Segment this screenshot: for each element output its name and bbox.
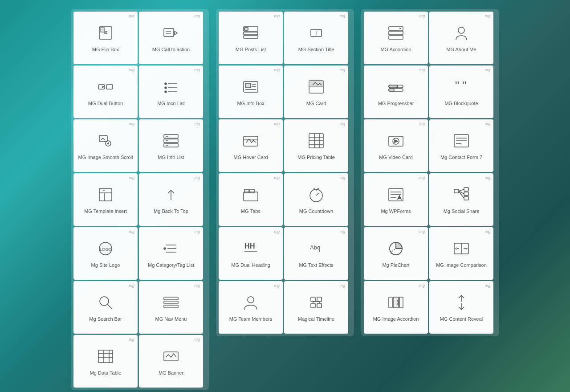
widget-icon-data-table [96, 347, 115, 366]
widget-accordion[interactable]: mg MG Accordion [364, 12, 428, 64]
widget-nav-menu[interactable]: mg MG Nav Menu [139, 281, 203, 334]
widget-label-image-comparison: MG Image Comparison [433, 262, 489, 268]
widget-label-team-members: MG Team Members [227, 316, 275, 322]
widget-icon-tabs [241, 185, 261, 204]
widget-label-image-accordion: MG Image Accordion [370, 316, 422, 322]
mg-badge: mg [339, 68, 345, 72]
widget-image-comparison[interactable]: mg MG Image Comparison [429, 227, 493, 280]
widget-card[interactable]: mg MG Card [284, 65, 348, 118]
widget-site-logo[interactable]: mg LOGO Mg Site Logo [73, 227, 138, 280]
widget-icon-info-box [241, 77, 261, 97]
widget-template-insert[interactable]: mg MG Template Insert [73, 173, 138, 226]
svg-rect-94 [389, 89, 394, 91]
widget-pricing-table[interactable]: mg MG Pricing Table [284, 119, 348, 172]
mg-badge: mg [274, 122, 280, 126]
svg-text:H: H [244, 242, 250, 250]
mg-badge: mg [419, 176, 425, 180]
svg-line-70 [316, 193, 319, 196]
mg-badge: mg [484, 283, 490, 288]
widget-team-members[interactable]: mg MG Team Members [219, 281, 283, 334]
svg-rect-46 [244, 36, 258, 38]
widget-label-about-me: MG About Me [444, 46, 479, 53]
widget-icon-category-tag-list [161, 239, 181, 258]
widget-posts-list[interactable]: mg MG Posts List [219, 12, 283, 64]
widget-icon-iocn-list [161, 77, 181, 97]
mg-badge: mg [194, 229, 200, 234]
widget-image-accordion[interactable]: mg MG Image Accordion [364, 281, 428, 334]
widget-call-to-action[interactable]: mg MG Call to action [139, 12, 203, 64]
widget-tabs[interactable]: mg MG Tabs [219, 173, 283, 226]
widget-category-tag-list[interactable]: mg Mg Category/Tag List [139, 227, 203, 280]
widget-info-box[interactable]: mg MG Info Box [219, 65, 283, 118]
widget-progressbar[interactable]: mg MG Progressbar [364, 65, 428, 118]
svg-point-90 [458, 27, 464, 33]
widget-icon-wpforms [386, 185, 406, 204]
mg-badge: mg [339, 176, 345, 180]
widget-wpforms[interactable]: mg Mg WPForms [364, 173, 428, 226]
widget-back-to-top[interactable]: mg Mg Back To Top [139, 173, 203, 226]
mg-badge: mg [339, 283, 345, 288]
widget-about-me[interactable]: mg MG About Me [429, 12, 493, 64]
widget-hover-card[interactable]: mg MG Hover Card [219, 119, 283, 172]
widget-magical-timeline[interactable]: mg Magical Timeline [284, 281, 348, 334]
widget-icon-video-card [386, 131, 406, 151]
widget-info-list[interactable]: mg MG Info List [139, 119, 203, 172]
widget-label-back-to-top: Mg Back To Top [151, 208, 191, 214]
mg-badge: mg [129, 229, 134, 234]
widget-label-nav-menu: MG Nav Menu [153, 316, 190, 322]
mg-badge: mg [129, 337, 134, 342]
widget-data-table[interactable]: mg Mg Data Table [73, 335, 138, 388]
widget-dual-heading[interactable]: mg HH MG Dual Heading [219, 227, 283, 280]
widget-image-smooth-scroll[interactable]: mg MG Image Smooth Scroll [73, 119, 138, 172]
widget-blockquote[interactable]: mg "" MG Blockquote [429, 65, 493, 118]
svg-rect-35 [164, 297, 178, 300]
widget-label-accordion: MG Accordion [378, 46, 414, 53]
widget-social-share[interactable]: mg Mg Social Share [429, 173, 493, 226]
widget-contact-form-7[interactable]: mg Mg Contact Form 7 [429, 119, 493, 172]
widget-label-pricing-table: MG Pricing Table [295, 154, 338, 160]
svg-point-15 [106, 141, 111, 146]
widget-icon-call-to-action [161, 23, 181, 43]
svg-rect-82 [317, 303, 322, 308]
widget-content-reveal[interactable]: mg MG Content Reveal [429, 281, 493, 334]
mg-badge: mg [194, 14, 200, 18]
widget-label-card: MG Card [304, 100, 329, 106]
widget-search-bar[interactable]: mg Mg Search Bar [73, 281, 138, 334]
svg-rect-47 [244, 28, 248, 30]
widget-flip-box[interactable]: mg ≡ MG Flip Box [73, 12, 138, 64]
widget-label-section-title: MG Section Title [296, 46, 337, 53]
widget-label-call-to-action: MG Call to action [150, 46, 192, 53]
mg-badge: mg [274, 68, 280, 72]
mg-badge: mg [419, 14, 425, 18]
widget-piechart[interactable]: mg Mg PieChart [364, 227, 428, 280]
mg-badge: mg [194, 283, 200, 288]
widget-banner[interactable]: mg MG Banner [139, 335, 203, 388]
svg-rect-89 [389, 36, 403, 39]
mg-badge: mg [274, 176, 280, 180]
mg-badge: mg [129, 68, 134, 72]
widget-icon-dual-heading: HH [241, 239, 261, 258]
widget-icon-banner [161, 347, 181, 366]
mg-badge: mg [484, 229, 490, 234]
widget-icon-info-list [161, 131, 181, 151]
widget-label-category-tag-list: Mg Category/Tag List [145, 262, 197, 268]
svg-rect-65 [244, 192, 258, 201]
widget-iocn-list[interactable]: mg MG Iocn List [139, 65, 203, 118]
widget-label-countdown: MG Countdown [297, 208, 336, 214]
svg-rect-110 [464, 196, 468, 200]
mg-badge: mg [129, 283, 134, 288]
svg-rect-3 [164, 29, 174, 37]
widget-section-title[interactable]: mg T MG Section Title [284, 12, 348, 64]
svg-text:H: H [250, 242, 255, 250]
svg-line-34 [107, 304, 112, 309]
widget-icon-image-smooth-scroll [96, 131, 115, 151]
widget-label-image-smooth-scroll: MG Image Smooth Scroll [76, 154, 136, 160]
widget-video-card[interactable]: mg MG Video Card [364, 119, 428, 172]
mg-badge: mg [484, 68, 490, 72]
widget-dual-button[interactable]: mg MG Dual Button [73, 65, 138, 118]
widget-text-effects[interactable]: mg Abc MG Text Effects [284, 227, 348, 280]
svg-point-12 [165, 91, 167, 93]
widget-countdown[interactable]: mg MG Countdown [284, 173, 348, 226]
svg-rect-45 [244, 32, 258, 35]
widget-label-posts-list: MG Posts List [233, 46, 269, 53]
